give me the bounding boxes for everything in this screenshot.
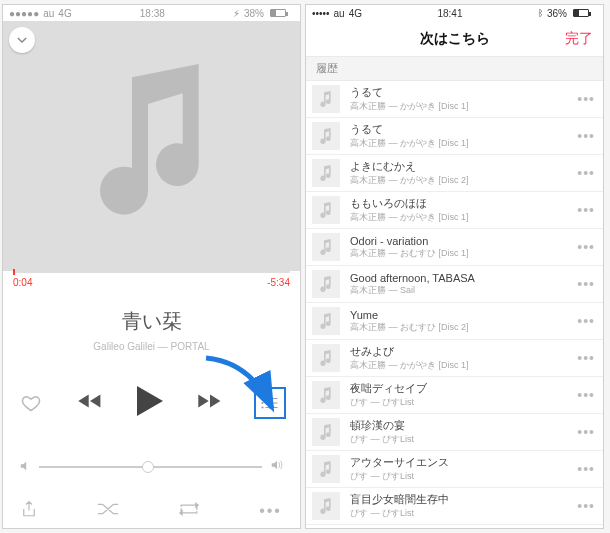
shuffle-button[interactable]	[96, 502, 120, 520]
now-playing-screen: ●●●●● au 4G 18:38 ⚡︎ 38% 0:04	[2, 4, 301, 529]
track-subtitle: ぴす — ぴすList	[350, 507, 577, 520]
track-subtitle: ぴす — ぴすList	[350, 396, 577, 409]
nav-bar: 次はこちら 完了	[306, 21, 603, 57]
clock: 18:38	[140, 8, 165, 19]
music-note-icon	[312, 196, 340, 224]
more-button[interactable]: •••	[259, 502, 282, 520]
music-note-icon	[312, 85, 340, 113]
list-item[interactable]: フェノメノン•••	[306, 525, 603, 529]
track-subtitle: 高木正勝 — かがやき [Disc 1]	[350, 100, 577, 113]
more-button[interactable]: •••	[577, 128, 595, 144]
network: 4G	[349, 8, 362, 19]
list-item[interactable]: 夜咄ディセイブぴす — ぴすList•••	[306, 377, 603, 414]
music-note-icon	[312, 492, 340, 520]
track-subtitle: 高木正勝 — Sail	[350, 284, 577, 297]
track-title: うるて	[350, 122, 577, 137]
battery-pct: 38%	[244, 8, 264, 19]
status-bar: ••••• au 4G 18:41 ᛒ 36%	[306, 5, 603, 21]
svg-point-0	[261, 397, 263, 399]
track-list[interactable]: うるて高木正勝 — かがやき [Disc 1]•••うるて高木正勝 — かがやき…	[306, 81, 603, 529]
list-item[interactable]: よきにむかえ高木正勝 — かがやき [Disc 2]•••	[306, 155, 603, 192]
list-item[interactable]: 頓珍漢の宴ぴす — ぴすList•••	[306, 414, 603, 451]
volume-high-icon	[270, 458, 284, 476]
more-button[interactable]: •••	[577, 313, 595, 329]
section-header: 履歴	[306, 57, 603, 81]
track-title: 夜咄ディセイブ	[350, 381, 577, 396]
album-art	[3, 21, 300, 271]
list-item[interactable]: うるて高木正勝 — かがやき [Disc 1]•••	[306, 81, 603, 118]
track-subtitle: 高木正勝 — かがやき [Disc 1]	[350, 211, 577, 224]
network: 4G	[58, 8, 71, 19]
more-button[interactable]: •••	[577, 350, 595, 366]
track-subtitle: 高木正勝 — おむすひ [Disc 2]	[350, 321, 577, 334]
volume-slider[interactable]	[39, 466, 262, 468]
time-elapsed: 0:04	[13, 277, 32, 288]
progress-track[interactable]	[13, 271, 290, 273]
music-note-icon	[312, 455, 340, 483]
track-title: ももいろのほほ	[350, 196, 577, 211]
list-item[interactable]: Odori - variation高木正勝 — おむすひ [Disc 1]•••	[306, 229, 603, 266]
volume-low-icon	[19, 458, 31, 476]
music-note-icon	[312, 418, 340, 446]
music-note-icon	[312, 159, 340, 187]
track-subtitle: 高木正勝 — かがやき [Disc 1]	[350, 359, 577, 372]
carrier: au	[43, 8, 54, 19]
nav-title: 次はこちら	[420, 30, 490, 48]
more-button[interactable]: •••	[577, 461, 595, 477]
track-title: アウターサイエンス	[350, 455, 577, 470]
track-subtitle: 高木正勝 — おむすひ [Disc 1]	[350, 247, 577, 260]
track-subtitle: ぴす — ぴすList	[350, 433, 577, 446]
like-button[interactable]	[17, 393, 45, 413]
carrier: au	[334, 8, 345, 19]
music-note-icon	[312, 381, 340, 409]
song-artist: Galileo Galilei — PORTAL	[3, 341, 300, 352]
up-next-screen: ••••• au 4G 18:41 ᛒ 36% 次はこちら 完了 履歴 うるて高…	[305, 4, 604, 529]
track-title: せみよび	[350, 344, 577, 359]
more-button[interactable]: •••	[577, 202, 595, 218]
track-title: よきにむかえ	[350, 159, 577, 174]
track-subtitle: 高木正勝 — かがやき [Disc 2]	[350, 174, 577, 187]
battery-pct: 36%	[547, 8, 567, 19]
track-title: 盲目少女暗闇生存中	[350, 492, 577, 507]
time-remaining: -5:34	[267, 277, 290, 288]
list-item[interactable]: うるて高木正勝 — かがやき [Disc 1]•••	[306, 118, 603, 155]
more-button[interactable]: •••	[577, 91, 595, 107]
list-item[interactable]: せみよび高木正勝 — かがやき [Disc 1]•••	[306, 340, 603, 377]
track-title: うるて	[350, 85, 577, 100]
more-button[interactable]: •••	[577, 276, 595, 292]
more-button[interactable]: •••	[577, 165, 595, 181]
queue-button[interactable]	[254, 387, 286, 419]
list-item[interactable]: Good afternoon, TABASA高木正勝 — Sail•••	[306, 266, 603, 303]
list-item[interactable]: ももいろのほほ高木正勝 — かがやき [Disc 1]•••	[306, 192, 603, 229]
list-item[interactable]: 盲目少女暗闇生存中ぴす — ぴすList•••	[306, 488, 603, 525]
music-note-icon	[312, 233, 340, 261]
track-title: Good afternoon, TABASA	[350, 272, 577, 284]
track-title: Yume	[350, 309, 577, 321]
next-button[interactable]	[197, 391, 223, 415]
list-item[interactable]: アウターサイエンスぴす — ぴすList•••	[306, 451, 603, 488]
more-button[interactable]: •••	[577, 387, 595, 403]
status-bar: ●●●●● au 4G 18:38 ⚡︎ 38%	[3, 5, 300, 21]
repeat-button[interactable]	[178, 502, 200, 520]
more-button[interactable]: •••	[577, 498, 595, 514]
track-subtitle: 高木正勝 — かがやき [Disc 1]	[350, 137, 577, 150]
more-button[interactable]: •••	[577, 424, 595, 440]
music-note-icon	[312, 307, 340, 335]
more-button[interactable]: •••	[577, 239, 595, 255]
done-button[interactable]: 完了	[565, 30, 593, 48]
collapse-button[interactable]	[9, 27, 35, 53]
play-button[interactable]	[133, 384, 167, 422]
clock: 18:41	[437, 8, 462, 19]
track-subtitle: ぴす — ぴすList	[350, 470, 577, 483]
share-button[interactable]	[21, 500, 37, 522]
music-note-icon	[312, 270, 340, 298]
track-title: 頓珍漢の宴	[350, 418, 577, 433]
music-note-icon	[82, 64, 222, 228]
music-note-icon	[312, 122, 340, 150]
list-item[interactable]: Yume高木正勝 — おむすひ [Disc 2]•••	[306, 303, 603, 340]
track-title: Odori - variation	[350, 235, 577, 247]
svg-point-2	[261, 406, 263, 408]
song-title: 青い栞	[3, 308, 300, 335]
previous-button[interactable]	[77, 391, 103, 415]
svg-point-1	[261, 402, 263, 404]
